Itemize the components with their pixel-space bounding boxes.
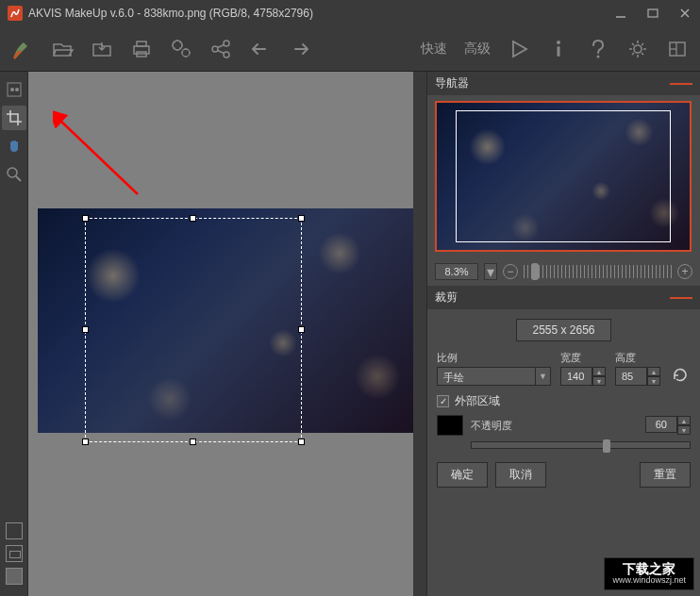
swap-dimensions-icon[interactable]: [670, 365, 691, 386]
svg-point-16: [597, 55, 600, 58]
zoom-slider-thumb[interactable]: [531, 263, 539, 280]
watermark-title: 下载之家: [612, 562, 686, 576]
ratio-select[interactable]: 手绘: [437, 367, 536, 386]
svg-point-11: [224, 52, 229, 58]
reset-button[interactable]: 重置: [640, 462, 691, 488]
batch-process-icon[interactable]: [168, 36, 194, 62]
zoom-in-icon[interactable]: +: [677, 264, 692, 279]
ok-button[interactable]: 确定: [437, 462, 488, 488]
canvas-image[interactable]: [38, 208, 415, 433]
svg-point-23: [15, 88, 19, 91]
share-icon[interactable]: [208, 36, 234, 62]
redo-icon[interactable]: [287, 36, 313, 62]
opacity-slider[interactable]: [471, 441, 691, 449]
crop-dimensions-display: 2555 x 2656: [516, 319, 610, 341]
maximize-button[interactable]: [645, 6, 660, 21]
width-spin-up[interactable]: ▲: [592, 367, 606, 376]
navigator-panel-header[interactable]: 导航器: [427, 72, 700, 95]
undo-icon[interactable]: [247, 36, 274, 62]
main-area: 导航器 8.3% ▾ − + 裁剪 2555 x 2656 比例: [0, 72, 700, 596]
crop-handle-br[interactable]: [298, 439, 305, 445]
view-mode-before-icon[interactable]: [6, 522, 23, 539]
height-spin-up[interactable]: ▲: [647, 367, 660, 376]
opacity-spin-down[interactable]: ▼: [677, 425, 691, 435]
panel-collapse-icon[interactable]: [670, 83, 692, 85]
watermark: 下载之家 www.windowszj.net: [604, 557, 694, 590]
crop-panel: 2555 x 2656 比例 手绘 ▼ 宽度 140 ▲▼: [427, 309, 700, 497]
presets-icon[interactable]: [664, 36, 691, 62]
canvas-area[interactable]: [28, 72, 426, 596]
titlebar: AKVIS MakeUp v.6.0 - 838kmo.png (RGB/8, …: [0, 0, 700, 26]
height-label: 高度: [615, 351, 660, 365]
svg-point-10: [224, 41, 229, 46]
ratio-label: 比例: [437, 351, 551, 365]
opacity-label: 不透明度: [471, 419, 512, 433]
canvas-vertical-scrollbar[interactable]: [413, 72, 426, 596]
zoom-value[interactable]: 8.3%: [435, 263, 478, 280]
run-icon[interactable]: [506, 36, 532, 62]
crop-handle-bl[interactable]: [82, 439, 89, 445]
crop-handle-bm[interactable]: [190, 439, 196, 445]
svg-point-17: [634, 45, 642, 53]
view-mode-split-icon[interactable]: [6, 545, 23, 562]
opacity-slider-thumb[interactable]: [603, 439, 610, 453]
navigator-panel: [427, 95, 700, 257]
height-spin-down[interactable]: ▼: [647, 376, 660, 386]
navigator-viewport-rect[interactable]: [456, 110, 671, 242]
svg-point-9: [212, 46, 218, 52]
external-area-label: 外部区域: [455, 393, 500, 409]
svg-line-25: [16, 176, 21, 181]
window-title: AKVIS MakeUp v.6.0 - 838kmo.png (RGB/8, …: [28, 7, 613, 20]
ratio-dropdown-icon[interactable]: ▼: [536, 367, 551, 386]
navigator-heading: 导航器: [435, 75, 469, 91]
opacity-spin-up[interactable]: ▲: [677, 416, 691, 425]
zoom-tool-icon[interactable]: [2, 162, 26, 187]
svg-line-12: [218, 44, 225, 47]
save-file-icon[interactable]: [89, 36, 115, 62]
svg-point-14: [557, 41, 560, 44]
settings-icon[interactable]: [625, 36, 651, 62]
mode-fast-link[interactable]: 快速: [419, 41, 449, 58]
crop-heading: 裁剪: [435, 290, 458, 306]
svg-line-13: [218, 50, 225, 53]
svg-rect-5: [137, 41, 146, 46]
view-mode-after-icon[interactable]: [6, 568, 23, 585]
annotation-arrow: [53, 72, 166, 213]
external-area-color-swatch[interactable]: [437, 415, 463, 436]
pre-process-tool-icon[interactable]: [2, 77, 26, 102]
svg-point-24: [8, 168, 17, 177]
zoom-controls: 8.3% ▾ − +: [427, 257, 700, 286]
mode-advanced-link[interactable]: 高级: [462, 41, 492, 58]
width-input[interactable]: 140: [560, 367, 592, 386]
open-file-icon[interactable]: [49, 36, 75, 62]
close-button[interactable]: [677, 6, 692, 21]
brush-tool-icon[interactable]: [9, 36, 36, 62]
zoom-dropdown-icon[interactable]: ▾: [484, 263, 497, 280]
panel-collapse-icon[interactable]: [670, 297, 692, 299]
crop-tool-icon[interactable]: [2, 106, 26, 130]
svg-rect-15: [558, 46, 560, 57]
app-logo: [8, 6, 23, 21]
svg-rect-1: [648, 9, 658, 17]
left-toolbar: [0, 72, 28, 596]
external-area-checkbox[interactable]: ✓: [437, 395, 449, 407]
opacity-value[interactable]: 60: [645, 416, 677, 433]
hand-tool-icon[interactable]: [2, 134, 26, 158]
info-icon[interactable]: [545, 36, 572, 62]
cancel-button[interactable]: 取消: [495, 462, 546, 488]
navigator-thumbnail[interactable]: [435, 101, 692, 252]
minimize-button[interactable]: [613, 6, 628, 21]
height-input[interactable]: 85: [615, 367, 647, 386]
width-spin-down[interactable]: ▼: [592, 376, 606, 386]
help-icon[interactable]: [585, 36, 611, 62]
right-panel: 导航器 8.3% ▾ − + 裁剪 2555 x 2656 比例: [426, 72, 700, 596]
print-icon[interactable]: [128, 36, 155, 62]
crop-panel-header[interactable]: 裁剪: [427, 286, 700, 309]
svg-point-8: [182, 49, 190, 57]
width-label: 宽度: [560, 351, 606, 365]
svg-point-22: [10, 88, 14, 91]
main-toolbar: 快速 高级: [0, 26, 700, 72]
svg-line-26: [58, 119, 138, 194]
zoom-out-icon[interactable]: −: [503, 264, 518, 279]
zoom-slider[interactable]: [524, 265, 672, 278]
